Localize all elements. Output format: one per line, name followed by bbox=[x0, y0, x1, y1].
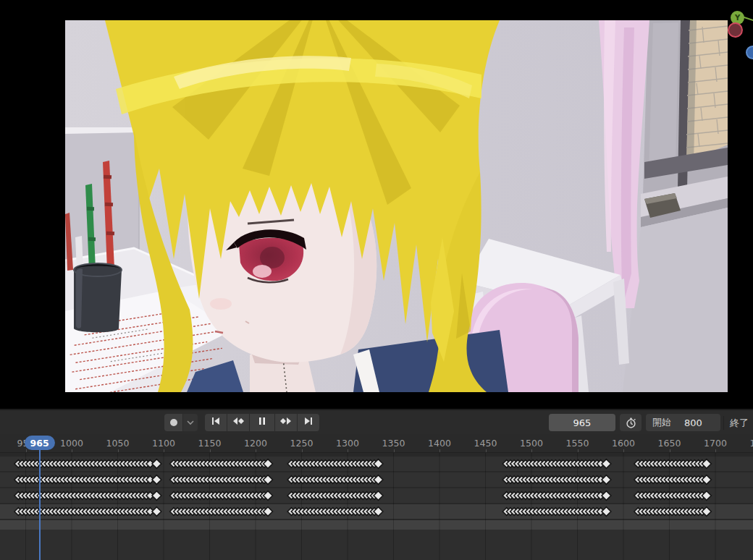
gizmo-axis-line bbox=[743, 17, 753, 22]
jump-to-start-icon bbox=[210, 415, 222, 430]
ruler-tick-mark bbox=[26, 449, 27, 452]
jump-to-end-button[interactable] bbox=[298, 414, 319, 431]
chevron-down-icon bbox=[187, 420, 194, 425]
pause-button[interactable] bbox=[250, 414, 274, 431]
3d-viewport[interactable] bbox=[65, 20, 728, 392]
ruler-tick-label: 1600 bbox=[612, 438, 635, 449]
gizmo-x-axis-ball[interactable] bbox=[728, 22, 743, 38]
stopwatch-icon bbox=[625, 417, 637, 429]
ruler-tick-label: 1350 bbox=[382, 438, 405, 449]
record-icon bbox=[168, 417, 180, 428]
ruler-tick-label: 1700 bbox=[704, 438, 727, 449]
current-frame-field[interactable]: 965 bbox=[549, 414, 615, 431]
ruler-tick-mark bbox=[670, 449, 670, 452]
keyframe-area bbox=[0, 453, 753, 560]
ruler-tick-label: 1500 bbox=[520, 438, 543, 449]
ruler-tick-label: 1250 bbox=[290, 438, 314, 449]
pause-icon bbox=[256, 415, 268, 430]
ruler-tick-label: 1550 bbox=[566, 438, 589, 449]
jump-to-start-button[interactable] bbox=[205, 414, 227, 431]
ruler-tick-label: 1400 bbox=[428, 438, 451, 449]
ruler-tick-mark bbox=[210, 449, 211, 452]
ruler-tick-mark bbox=[348, 449, 348, 452]
ruler-tick-label: 1200 bbox=[244, 438, 267, 449]
summary-row bbox=[0, 520, 753, 530]
ruler-tick-mark bbox=[302, 449, 303, 452]
frame-start-field[interactable]: 開始 800 bbox=[646, 414, 720, 431]
ruler-tick-mark bbox=[118, 449, 119, 452]
next-keyframe-button[interactable] bbox=[275, 414, 297, 431]
ruler-tick-mark bbox=[715, 449, 716, 452]
dopesheet-tracks[interactable] bbox=[0, 453, 753, 560]
ruler-tick-label: 1450 bbox=[474, 438, 497, 449]
ruler-tick-mark bbox=[486, 449, 487, 452]
auto-keying-record-button[interactable] bbox=[164, 414, 182, 431]
frame-start-label: 開始 bbox=[652, 416, 671, 429]
ruler-tick-label: 1650 bbox=[658, 438, 681, 449]
playback-controls bbox=[205, 414, 319, 431]
ruler-tick-label: 1150 bbox=[198, 438, 222, 449]
use-preview-range-button[interactable] bbox=[620, 414, 641, 431]
gizmo-y-label: Y bbox=[735, 14, 740, 22]
ruler-tick-mark bbox=[578, 449, 579, 452]
gizmo-z-axis-ball[interactable] bbox=[746, 46, 753, 59]
ruler-tick-mark bbox=[439, 449, 440, 452]
frame-start-value: 800 bbox=[684, 417, 702, 428]
timeline-ruler[interactable]: 1750170016501600155015001450140013501300… bbox=[0, 434, 753, 453]
ruler-tick-mark bbox=[256, 449, 256, 452]
previous-keyframe-button[interactable] bbox=[227, 414, 249, 431]
ruler-tick-label: 1100 bbox=[152, 438, 175, 449]
ruler-tick-mark bbox=[394, 449, 395, 452]
viewport-render bbox=[65, 20, 728, 392]
ruler-tick-label: 1000 bbox=[60, 438, 83, 449]
ruler-tick-mark bbox=[531, 449, 532, 452]
ruler-tick-label: 1750 bbox=[750, 438, 753, 449]
ruler-tick-label: 1050 bbox=[106, 438, 130, 449]
ruler-tick-mark bbox=[72, 449, 72, 452]
frame-end-label[interactable]: 終了 bbox=[730, 417, 749, 430]
jump-to-end-icon bbox=[303, 415, 314, 430]
ruler-tick-label: 1300 bbox=[336, 438, 359, 449]
playhead-line[interactable] bbox=[39, 449, 41, 560]
application-window: Y 965 bbox=[0, 0, 753, 560]
ruler-tick-mark bbox=[164, 449, 164, 452]
ruler-tick-mark bbox=[623, 449, 624, 452]
auto-keying-dropdown-button[interactable] bbox=[183, 414, 198, 431]
timeline-header: 965 開始 800 終了 bbox=[0, 409, 753, 434]
previous-keyframe-icon bbox=[232, 415, 245, 430]
header-divider bbox=[723, 416, 724, 430]
current-frame-badge-value: 965 bbox=[30, 438, 49, 449]
next-keyframe-icon bbox=[279, 415, 293, 430]
current-frame-badge[interactable]: 965 bbox=[25, 436, 55, 450]
tracks-footer bbox=[0, 530, 753, 560]
current-frame-value: 965 bbox=[573, 417, 592, 428]
